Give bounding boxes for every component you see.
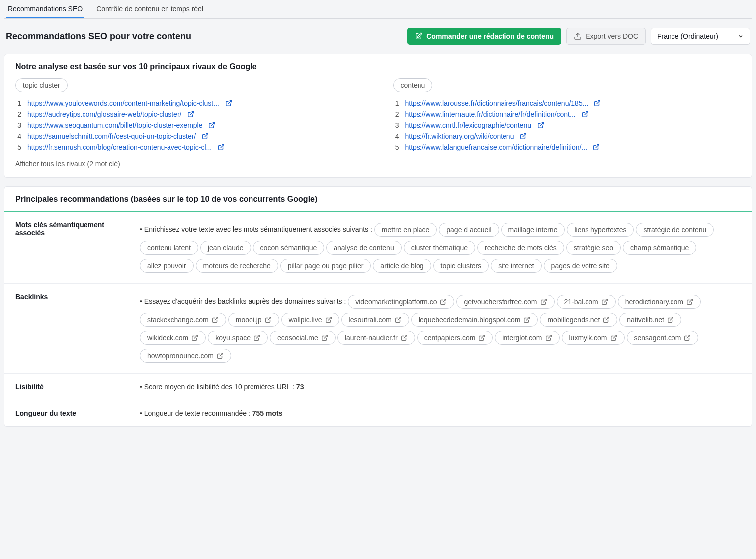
semantic-tag[interactable]: contenu latent xyxy=(140,241,198,255)
external-link-icon xyxy=(667,316,674,323)
semantic-tag[interactable]: cluster thématique xyxy=(404,241,475,255)
backlink-tag[interactable]: herodictionary.com xyxy=(618,295,701,309)
external-link-icon xyxy=(401,334,408,341)
semantic-tag[interactable]: mettre en place xyxy=(374,223,437,237)
semantic-tag[interactable]: stratégie seo xyxy=(566,241,621,255)
backlink-tag[interactable]: videomarketingplatform.co xyxy=(348,295,454,309)
external-link-icon xyxy=(540,298,547,305)
semantic-tag[interactable]: allez pouvoir xyxy=(140,259,194,273)
backlink-tag[interactable]: 21-bal.com xyxy=(557,295,616,309)
external-link-icon xyxy=(593,144,600,151)
external-link-icon xyxy=(545,334,552,341)
external-link-icon xyxy=(208,122,215,129)
backlink-tag[interactable]: howtopronounce.com xyxy=(140,349,231,363)
show-all-rivals-link[interactable]: Afficher tous les rivaux (2 mot clé) xyxy=(15,160,120,168)
tabs: Recommandations SEO Contrôle de contenu … xyxy=(4,0,752,19)
svg-line-11 xyxy=(443,299,446,302)
external-link-icon xyxy=(684,334,691,341)
external-link-icon xyxy=(601,298,608,305)
region-select[interactable]: France (Ordinateur) xyxy=(651,28,750,45)
svg-line-17 xyxy=(328,317,331,320)
rival-rank: 1 xyxy=(15,99,21,107)
chevron-down-icon xyxy=(738,33,744,39)
keyword-chip[interactable]: contenu xyxy=(393,78,433,92)
external-link-icon xyxy=(212,316,219,323)
semantic-tag[interactable]: page d accueil xyxy=(439,223,499,237)
rival-rank: 5 xyxy=(393,143,399,151)
backlink-tag[interactable]: moooi.jp xyxy=(228,313,279,327)
rivals-card: Notre analyse est basée sur vos 10 princ… xyxy=(4,54,752,178)
backlink-tag[interactable]: koyu.space xyxy=(208,331,268,345)
semantic-tag[interactable]: pillar page ou page pilier xyxy=(280,259,371,273)
backlink-tag[interactable]: ecosocial.me xyxy=(270,331,336,345)
backlink-tag[interactable]: interglot.com xyxy=(495,331,559,345)
svg-line-3 xyxy=(211,123,214,126)
semantic-tag[interactable]: topic clusters xyxy=(433,259,489,273)
svg-line-12 xyxy=(543,299,546,302)
export-doc-button[interactable]: Export vers DOC xyxy=(566,28,646,45)
reco-readability-lead: Score moyen de lisibilité des 10 premièr… xyxy=(144,383,296,391)
rival-rank: 5 xyxy=(15,143,21,151)
rival-link[interactable]: https://audreytips.com/glossaire-web/top… xyxy=(27,110,181,118)
semantic-tag[interactable]: stratégie de contenu xyxy=(636,223,714,237)
backlink-tag[interactable]: sensagent.com xyxy=(627,331,699,345)
backlink-tag[interactable]: mobillegends.net xyxy=(540,313,617,327)
semantic-tag[interactable]: recherche de mots clés xyxy=(477,241,564,255)
order-content-label: Commander une rédaction de contenu xyxy=(426,32,554,40)
rival-item: 1https://www.larousse.fr/dictionnaires/f… xyxy=(393,98,741,109)
rival-link[interactable]: https://fr.wiktionary.org/wiki/contenu xyxy=(405,132,514,140)
rival-link[interactable]: https://www.youlovewords.com/content-mar… xyxy=(27,99,219,107)
backlink-tag[interactable]: lequebecdedemain.blogspot.com xyxy=(411,313,538,327)
svg-line-27 xyxy=(548,335,551,338)
tab-realtime-check[interactable]: Contrôle de contenu en temps réel xyxy=(94,0,205,18)
rival-link[interactable]: https://www.seoquantum.com/billet/topic-… xyxy=(27,121,202,129)
semantic-tag[interactable]: jean claude xyxy=(200,241,251,255)
svg-line-28 xyxy=(613,335,616,338)
keyword-chip[interactable]: topic cluster xyxy=(15,78,68,92)
order-content-button[interactable]: Commander une rédaction de contenu xyxy=(407,28,561,45)
external-link-icon xyxy=(325,316,332,323)
rival-link[interactable]: https://www.cnrtl.fr/lexicographie/conte… xyxy=(405,121,531,129)
rival-link[interactable]: https://samuelschmitt.com/fr/cest-quoi-u… xyxy=(27,132,196,140)
semantic-tag[interactable]: liens hypertextes xyxy=(567,223,634,237)
external-link-icon xyxy=(218,144,225,151)
backlink-tag[interactable]: nativelib.net xyxy=(619,313,681,327)
svg-line-30 xyxy=(220,353,223,356)
backlink-tag[interactable]: centpapiers.com xyxy=(417,331,493,345)
reco-title: Principales recommandations (basées sur … xyxy=(4,187,752,212)
svg-line-14 xyxy=(689,299,692,302)
semantic-tag[interactable]: site internet xyxy=(491,259,541,273)
backlink-tag[interactable]: wikideck.com xyxy=(140,331,206,345)
svg-line-10 xyxy=(596,145,599,148)
rival-link[interactable]: https://www.lalanguefrancaise.com/dictio… xyxy=(405,143,588,151)
external-link-icon xyxy=(225,100,232,107)
rival-item: 3https://www.cnrtl.fr/lexicographie/cont… xyxy=(393,120,741,131)
backlink-tag[interactable]: laurent-naudier.fr xyxy=(337,331,415,345)
backlink-tag[interactable]: wallpic.live xyxy=(281,313,339,327)
semantic-tag[interactable]: pages de votre site xyxy=(544,259,617,273)
tab-seo-reco[interactable]: Recommandations SEO xyxy=(6,0,84,18)
external-link-icon xyxy=(537,122,544,129)
edit-icon xyxy=(415,32,422,40)
backlink-tag[interactable]: getvouchersforfree.com xyxy=(456,295,554,309)
backlink-tag[interactable]: stackexchange.com xyxy=(140,313,226,327)
rival-link[interactable]: https://www.linternaute.fr/dictionnaire/… xyxy=(405,110,576,118)
rival-rank: 1 xyxy=(393,99,399,107)
semantic-tag[interactable]: moteurs de recherche xyxy=(196,259,278,273)
svg-line-22 xyxy=(194,335,197,338)
reco-backlinks-lead: Essayez d'acquérir des backlinks auprès … xyxy=(144,297,346,305)
upload-icon xyxy=(574,32,582,40)
semantic-tag[interactable]: analyse de contenu xyxy=(326,241,401,255)
semantic-tag[interactable]: champ sémantique xyxy=(623,241,696,255)
rival-link[interactable]: https://www.larousse.fr/dictionnaires/fr… xyxy=(405,99,588,107)
rival-link[interactable]: https://fr.semrush.com/blog/creation-con… xyxy=(27,143,212,151)
svg-line-4 xyxy=(205,134,208,137)
semantic-tag[interactable]: cocon sémantique xyxy=(253,241,325,255)
svg-line-15 xyxy=(215,317,218,320)
backlink-tag[interactable]: lesoutrali.com xyxy=(341,313,409,327)
rival-item: 5https://www.lalanguefrancaise.com/dicti… xyxy=(393,142,741,153)
semantic-tag[interactable]: article de blog xyxy=(373,259,431,273)
backlink-tag[interactable]: luxmylk.com xyxy=(562,331,625,345)
semantic-tag[interactable]: maillage interne xyxy=(501,223,565,237)
svg-line-24 xyxy=(324,335,327,338)
